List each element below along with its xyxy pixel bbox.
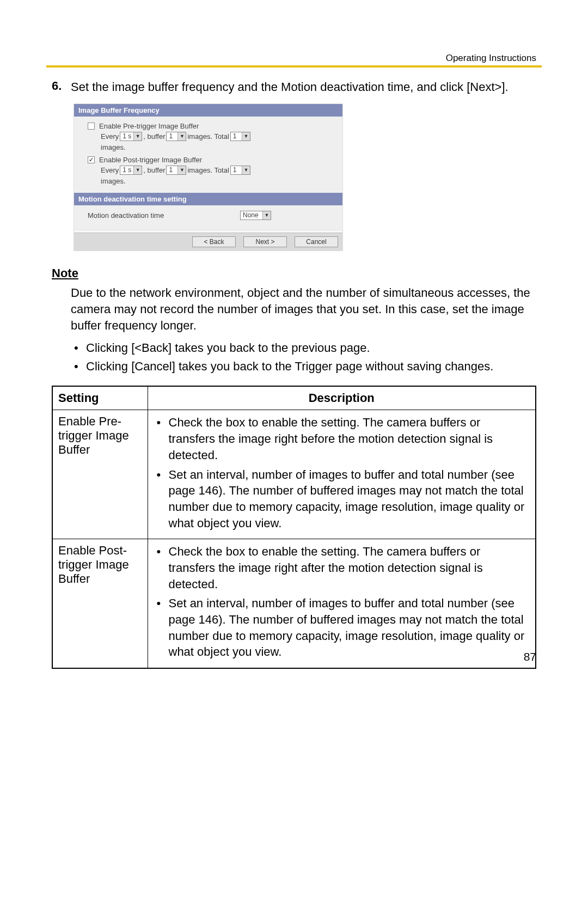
- note-heading: Note: [52, 266, 536, 280]
- desc-item: Check the box to enable the setting. The…: [154, 414, 530, 463]
- post-buffer-label: , buffer: [143, 166, 165, 174]
- pre-buffer-select[interactable]: 1▼: [166, 132, 186, 141]
- section-image-buffer-frequency: Image Buffer Frequency: [74, 104, 342, 117]
- divider-rule: [46, 65, 542, 68]
- setting-cell: Enable Post-trigger Image Buffer: [52, 539, 148, 668]
- col-setting: Setting: [52, 386, 148, 410]
- motion-deactivation-select[interactable]: None▼: [240, 211, 271, 220]
- post-trailing: images.: [101, 177, 126, 185]
- table-row: Enable Pre-trigger Image Buffer Check th…: [52, 410, 536, 539]
- note-bullet-list: Clicking [<Back] takes you back to the p…: [71, 340, 536, 375]
- checkbox-pre-trigger[interactable]: [88, 123, 95, 130]
- cancel-button[interactable]: Cancel: [295, 236, 338, 247]
- post-every-label: Every: [101, 166, 119, 174]
- description-cell: Check the box to enable the setting. The…: [148, 539, 536, 668]
- pre-trailing: images.: [101, 143, 126, 151]
- chevron-down-icon: ▼: [133, 166, 142, 174]
- header-label: Operating Instructions: [446, 53, 536, 64]
- step-number: 6.: [52, 79, 71, 95]
- note-bullet: Clicking [Cancel] takes you back to the …: [71, 358, 536, 375]
- table-row: Enable Post-trigger Image Buffer Check t…: [52, 539, 536, 668]
- checkbox-post-trigger[interactable]: ✓: [88, 156, 95, 163]
- desc-item: Set an interval, number of images to buf…: [154, 595, 530, 660]
- config-dialog: Image Buffer Frequency Enable Pre-trigge…: [74, 103, 343, 251]
- setting-cell: Enable Pre-trigger Image Buffer: [52, 410, 148, 539]
- col-description: Description: [148, 386, 536, 410]
- pre-images-label: images. Total: [187, 132, 229, 141]
- checkbox-pre-trigger-label: Enable Pre-trigger Image Buffer: [99, 122, 199, 130]
- settings-table: Setting Description Enable Pre-trigger I…: [52, 386, 536, 669]
- back-button[interactable]: < Back: [192, 236, 236, 247]
- post-every-select[interactable]: 1 s▼: [120, 166, 142, 175]
- description-cell: Check the box to enable the setting. The…: [148, 410, 536, 539]
- pre-every-label: Every: [101, 132, 119, 141]
- desc-item: Check the box to enable the setting. The…: [154, 544, 530, 592]
- next-button[interactable]: Next >: [243, 236, 287, 247]
- pre-total-select[interactable]: 1▼: [230, 132, 250, 141]
- note-body: Due to the network environment, object a…: [71, 285, 536, 334]
- chevron-down-icon: ▼: [177, 166, 186, 174]
- note-bullet: Clicking [<Back] takes you back to the p…: [71, 340, 536, 356]
- post-images-label: images. Total: [187, 166, 229, 174]
- chevron-down-icon: ▼: [177, 132, 186, 141]
- step-text: Set the image buffer frequency and the M…: [71, 79, 509, 95]
- checkbox-post-trigger-label: Enable Post-trigger Image Buffer: [99, 156, 202, 164]
- chevron-down-icon: ▼: [242, 132, 250, 141]
- post-total-select[interactable]: 1▼: [230, 166, 250, 175]
- section-motion-deactivation: Motion deactivation time setting: [74, 193, 342, 205]
- motion-deactivation-label: Motion deactivation time: [88, 211, 240, 219]
- desc-item: Set an interval, number of images to buf…: [154, 467, 530, 532]
- post-buffer-select[interactable]: 1▼: [166, 166, 186, 175]
- pre-every-select[interactable]: 1 s▼: [120, 132, 142, 141]
- pre-buffer-label: , buffer: [143, 132, 165, 141]
- page-number: 87: [524, 650, 536, 663]
- chevron-down-icon: ▼: [242, 166, 250, 174]
- chevron-down-icon: ▼: [133, 132, 142, 141]
- chevron-down-icon: ▼: [262, 211, 271, 219]
